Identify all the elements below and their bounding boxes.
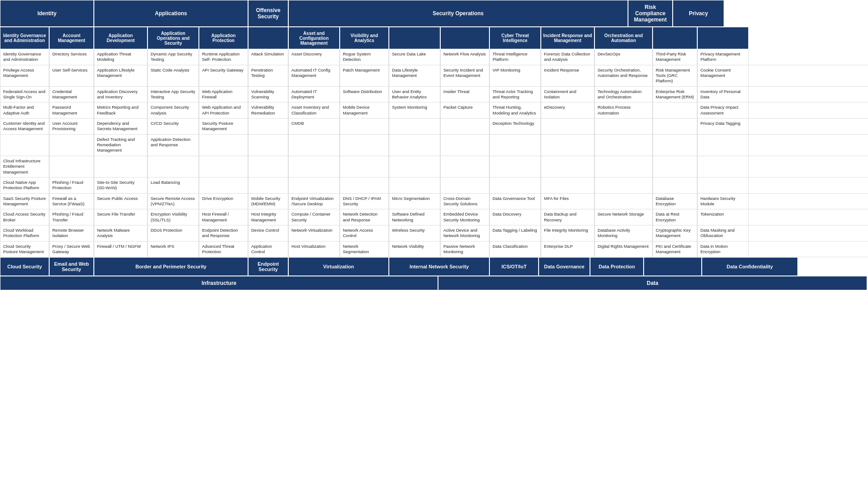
subheader-app-dev: Application Development xyxy=(94,27,147,49)
cell-r12c3: Firewall / UTM / NGFW xyxy=(94,242,147,257)
cell-r8c3: Site-to-Site Security (SD-WAN) xyxy=(94,178,147,193)
cell-r11c3: Network Malware Analysis xyxy=(94,225,147,241)
cell-r5c8 xyxy=(340,119,389,134)
subheader-asset-config: Asset and Configuration Management xyxy=(288,27,340,49)
cell-r5c3: Dependency and Secrets Management xyxy=(94,119,147,134)
cell-r10c13: Secure Network Storage xyxy=(594,209,653,225)
cell-r1c5: Runtime Application Self- Protection xyxy=(199,49,248,65)
cell-r8c7 xyxy=(288,178,340,193)
table-row: SaaS Security Posture Management Firewal… xyxy=(0,194,868,210)
cell-r9c5: Drive Encryption xyxy=(199,194,248,209)
cell-r7c8 xyxy=(340,156,389,177)
cell-r4c12: eDiscovery xyxy=(541,102,594,118)
cell-r2c15: Risk Management Tools (GRC Platform) xyxy=(653,65,697,86)
cell-r8c12 xyxy=(541,178,594,193)
cell-r7c12 xyxy=(541,156,594,177)
cell-r8c13 xyxy=(594,178,653,193)
cell-r2c6: Penetration Testing xyxy=(248,65,288,86)
cell-r2c5: API Security Gateway xyxy=(199,65,248,86)
table-row: Cloud Native App Protection Platform Phi… xyxy=(0,178,868,194)
footer-virtualization: Virtualization xyxy=(288,257,389,276)
cell-r12c5: Advanced Threat Protection xyxy=(199,242,248,257)
cell-r5c12 xyxy=(541,119,594,134)
cell-r12c10: Passive Network Monitoring xyxy=(440,242,489,257)
cell-r7c1: Cloud Infrastructure Entitlement Managem… xyxy=(0,156,49,177)
cell-r10c4: Encryption Visibility (SSL/TLS) xyxy=(147,209,199,225)
cell-r8c4: Load Balancing xyxy=(147,178,199,193)
subheader-risk xyxy=(653,27,697,49)
cell-r11c4: DDoS Protection xyxy=(147,225,199,241)
cell-r10c6: Host Integrity Management xyxy=(248,209,288,225)
cell-r7c3 xyxy=(94,156,147,177)
table-row: Cloud Infrastructure Entitlement Managem… xyxy=(0,156,868,178)
subheader-cyber-threat: Cyber Threat Intelligence xyxy=(489,27,541,49)
cell-r12c15: PKI and Certificate Management xyxy=(653,242,697,257)
cell-r7c4 xyxy=(147,156,199,177)
cell-r6c9 xyxy=(389,135,440,156)
cell-r10c16: Tokenization xyxy=(697,209,749,225)
cell-r9c9: Micro Segmentation xyxy=(389,194,440,209)
footer-ics-ot-iot: ICS/OT/IoT xyxy=(489,257,539,276)
header-security-operations: Security Operations xyxy=(288,0,628,27)
cell-r5c5: Security Posture Management xyxy=(199,119,248,134)
cell-r7c16 xyxy=(697,156,749,177)
cell-r11c16: Data Masking and Obfuscation xyxy=(697,225,749,241)
cell-r12c1: Cloud Security Posture Management xyxy=(0,242,49,257)
cell-r3c10: Insider Threat xyxy=(440,87,489,102)
cell-r6c1 xyxy=(0,135,49,156)
cell-r3c11: Threat Actor Tracking and Reporting xyxy=(489,87,541,102)
cell-r11c2: Remote Browser Isolation xyxy=(49,225,94,241)
cell-r10c3: Secure File Transfer xyxy=(94,209,147,225)
cell-r6c8 xyxy=(340,135,389,156)
cell-r11c8: Network Access Control xyxy=(340,225,389,241)
cell-r9c16: Hardware Security Module xyxy=(697,194,749,209)
cell-r3c13: Technology Automation and Orchestration xyxy=(594,87,653,102)
cell-r12c2: Proxy / Secure Web Gateway xyxy=(49,242,94,257)
subheader-offensive xyxy=(248,27,288,49)
cell-r9c1: SaaS Security Posture Management xyxy=(0,194,49,209)
cell-r11c7: Network Virtualization xyxy=(288,225,340,241)
cell-r7c2 xyxy=(49,156,94,177)
cell-r3c7: Automated IT Deployment xyxy=(288,87,340,102)
cell-r8c9 xyxy=(389,178,440,193)
cell-r12c12: Enterprise DLP xyxy=(541,242,594,257)
cell-r4c8: Mobile Device Management xyxy=(340,102,389,118)
cell-r3c1: Federated Access and Single Sign-On xyxy=(0,87,49,102)
cell-r11c5: Endpoint Detection and Response xyxy=(199,225,248,241)
cell-r2c2: User Self-Services xyxy=(49,65,94,86)
header-privacy: Privacy xyxy=(673,0,724,27)
cell-r3c8: Software Distribution xyxy=(340,87,389,102)
cell-r10c15: Data at Rest Encryption xyxy=(653,209,697,225)
cell-r11c9: Wireless Security xyxy=(389,225,440,241)
cell-r1c7: Asset Discovery xyxy=(288,49,340,65)
footer-endpoint-sec: Endpoint Security xyxy=(248,257,288,276)
cell-r1c2: Directory Services xyxy=(49,49,94,65)
cell-r8c6 xyxy=(248,178,288,193)
footer-border-perimeter: Border and Perimeter Security xyxy=(94,257,248,276)
table-row: Cloud Security Posture Management Proxy … xyxy=(0,242,868,258)
cell-r3c2: Credential Management xyxy=(49,87,94,102)
header-identity: Identity xyxy=(0,0,94,27)
cell-r1c4: Dynamic App Security Testing xyxy=(147,49,199,65)
table-row: Federated Access and Single Sign-On Cred… xyxy=(0,87,868,103)
cell-r1c8: Rogue System Detection xyxy=(340,49,389,65)
cell-r7c6 xyxy=(248,156,288,177)
cell-r5c1: Customer Identity and Access Management xyxy=(0,119,49,134)
cell-r12c13: Digital Rights Management xyxy=(594,242,653,257)
subheader-account-mgmt: Account Management xyxy=(49,27,94,49)
cell-r6c13 xyxy=(594,135,653,156)
cell-r6c11 xyxy=(489,135,541,156)
cell-r7c11 xyxy=(489,156,541,177)
cell-r11c12: File Integrity Monitoring xyxy=(541,225,594,241)
cell-r11c11: Data Tagging / Labeling xyxy=(489,225,541,241)
cell-r9c13 xyxy=(594,194,653,209)
cell-r1c3: Application Threat Modeling xyxy=(94,49,147,65)
table-row: Cloud Workload Protection Platform Remot… xyxy=(0,225,868,242)
footer-empty xyxy=(644,257,702,276)
cell-r9c2: Firewall as a Service (FWaaS) xyxy=(49,194,94,209)
table-row: Customer Identity and Access Management … xyxy=(0,119,868,135)
cell-r2c8: Patch Management xyxy=(340,65,389,86)
cell-r7c9 xyxy=(389,156,440,177)
cell-r8c11 xyxy=(489,178,541,193)
cell-r8c2: Phishing / Fraud Protection xyxy=(49,178,94,193)
